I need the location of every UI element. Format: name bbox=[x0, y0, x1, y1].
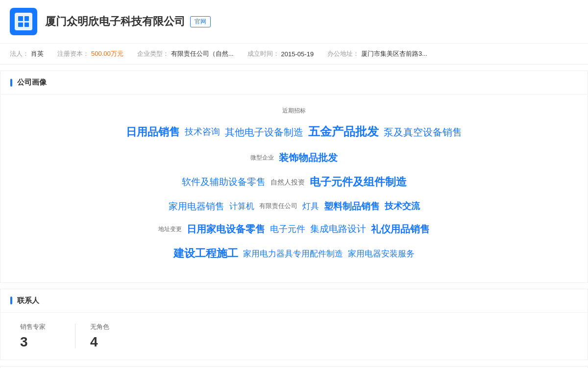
word-cloud-item[interactable]: 技术交流 bbox=[385, 197, 420, 216]
word-cloud-item[interactable]: 有限责任公司 bbox=[259, 199, 297, 213]
word-cloud-row: 家用电器销售计算机有限责任公司灯具塑料制品销售技术交流 bbox=[20, 196, 568, 217]
contacts-header: 联系人 bbox=[0, 289, 588, 313]
word-cloud-item[interactable]: 自然人投资 bbox=[270, 175, 305, 190]
official-badge[interactable]: 官网 bbox=[190, 16, 211, 27]
word-cloud-item[interactable]: 泵及真空设备销售 bbox=[384, 121, 462, 143]
company-portrait-section: 公司画像 近期招标日用品销售技术咨询其他电子设备制造五金产品批发泵及真空设备销售… bbox=[0, 70, 588, 283]
word-cloud-row: 软件及辅助设备零售自然人投资电子元件及组件制造 bbox=[20, 170, 568, 194]
company-logo bbox=[10, 8, 37, 35]
word-cloud-item[interactable]: 灯具 bbox=[302, 197, 319, 215]
word-cloud-row: 近期招标 bbox=[20, 104, 568, 117]
word-cloud-item[interactable]: 其他电子设备制造 bbox=[225, 121, 303, 143]
word-cloud-item[interactable]: 集成电路设计 bbox=[310, 219, 366, 239]
registered-capital-label: 注册资本： bbox=[57, 49, 89, 58]
sales-expert-value: 3 bbox=[20, 334, 28, 350]
no-role-value: 4 bbox=[90, 334, 98, 350]
company-type-value: 有限责任公司（自然... bbox=[171, 49, 234, 58]
word-cloud-item[interactable]: 近期招标 bbox=[282, 104, 306, 117]
word-cloud-item[interactable]: 塑料制品销售 bbox=[324, 196, 380, 217]
word-cloud-row: 地址变更日用家电设备零售电子元件集成电路设计礼仪用品销售 bbox=[20, 218, 568, 240]
section-bar-portrait bbox=[10, 79, 12, 87]
word-cloud-item[interactable]: 电子元件 bbox=[270, 220, 305, 239]
registered-capital-value: 500.00万元 bbox=[91, 49, 123, 58]
no-role-stat: 无角色 4 bbox=[90, 322, 124, 350]
word-cloud-item[interactable]: 计算机 bbox=[229, 197, 254, 215]
legal-person-item: 法人： 肖英 bbox=[10, 49, 44, 58]
company-title-area: 厦门众明欣电子科技有限公司 官网 bbox=[45, 14, 211, 29]
logo-cell bbox=[24, 23, 29, 27]
word-cloud-item[interactable]: 家用电器安装服务 bbox=[348, 245, 415, 263]
bids-section: 招投标 招标数量 2次 招标金额 -元 供应商 0家 bbox=[0, 366, 588, 368]
sales-expert-stat: 销售专家 3 bbox=[20, 322, 60, 350]
section-bar-contacts bbox=[10, 297, 12, 304]
word-cloud-item[interactable]: 技术咨询 bbox=[185, 122, 220, 142]
contacts-divider bbox=[75, 324, 75, 348]
contacts-section: 联系人 销售专家 3 无角色 4 bbox=[0, 289, 588, 360]
word-cloud-item[interactable]: 电子元件及组件制造 bbox=[310, 170, 407, 194]
word-cloud-item[interactable]: 日用家电设备零售 bbox=[187, 218, 265, 240]
logo-inner bbox=[15, 13, 32, 30]
word-cloud-item[interactable]: 装饰物品批发 bbox=[279, 147, 338, 168]
established-item: 成立时间： 2015-05-19 bbox=[247, 49, 314, 58]
company-header: 厦门众明欣电子科技有限公司 官网 bbox=[0, 0, 588, 44]
registered-capital-item: 注册资本： 500.00万元 bbox=[57, 49, 123, 58]
company-portrait-header: 公司画像 bbox=[0, 71, 588, 94]
no-role-label: 无角色 bbox=[90, 322, 109, 331]
info-bar: 法人： 肖英 注册资本： 500.00万元 企业类型： 有限责任公司（自然...… bbox=[0, 44, 588, 65]
word-cloud-item[interactable]: 微型企业 bbox=[250, 151, 274, 164]
word-cloud-row: 微型企业装饰物品批发 bbox=[20, 147, 568, 168]
legal-person-value: 肖英 bbox=[31, 49, 44, 58]
word-cloud-item[interactable]: 日用品销售 bbox=[126, 120, 180, 144]
logo-cell bbox=[24, 16, 29, 21]
legal-person-label: 法人： bbox=[10, 49, 29, 58]
established-label: 成立时间： bbox=[247, 49, 279, 58]
word-cloud-item[interactable]: 软件及辅助设备零售 bbox=[182, 172, 266, 192]
word-cloud-row: 建设工程施工家用电力器具专用配件制造家用电器安装服务 bbox=[20, 242, 568, 265]
sales-expert-label: 销售专家 bbox=[20, 322, 46, 331]
company-type-item: 企业类型： 有限责任公司（自然... bbox=[137, 49, 234, 58]
logo-cell bbox=[18, 16, 23, 21]
word-cloud-row: 日用品销售技术咨询其他电子设备制造五金产品批发泵及真空设备销售 bbox=[20, 119, 568, 145]
word-cloud-item[interactable]: 地址变更 bbox=[158, 223, 182, 235]
word-cloud-item[interactable]: 五金产品批发 bbox=[308, 119, 379, 145]
word-cloud-item[interactable]: 礼仪用品销售 bbox=[371, 218, 430, 240]
page-wrapper: 厦门众明欣电子科技有限公司 官网 法人： 肖英 注册资本： 500.00万元 企… bbox=[0, 0, 588, 368]
office-address-item: 办公地址： 厦门市集美区杏前路3... bbox=[327, 49, 427, 58]
word-cloud-item[interactable]: 家用电器销售 bbox=[169, 196, 224, 217]
office-address-value: 厦门市集美区杏前路3... bbox=[361, 49, 427, 58]
company-type-label: 企业类型： bbox=[137, 49, 169, 58]
contacts-title: 联系人 bbox=[17, 296, 39, 305]
logo-grid bbox=[18, 16, 29, 27]
office-address-label: 办公地址： bbox=[327, 49, 359, 58]
contacts-body: 销售专家 3 无角色 4 bbox=[0, 313, 588, 360]
word-cloud-item[interactable]: 建设工程施工 bbox=[173, 242, 238, 265]
logo-cell bbox=[18, 23, 23, 27]
established-value: 2015-05-19 bbox=[281, 50, 314, 58]
company-portrait-title: 公司画像 bbox=[17, 78, 47, 87]
company-name: 厦门众明欣电子科技有限公司 bbox=[45, 14, 185, 29]
word-cloud: 近期招标日用品销售技术咨询其他电子设备制造五金产品批发泵及真空设备销售微型企业装… bbox=[0, 94, 588, 282]
word-cloud-item[interactable]: 家用电力器具专用配件制造 bbox=[243, 245, 343, 263]
